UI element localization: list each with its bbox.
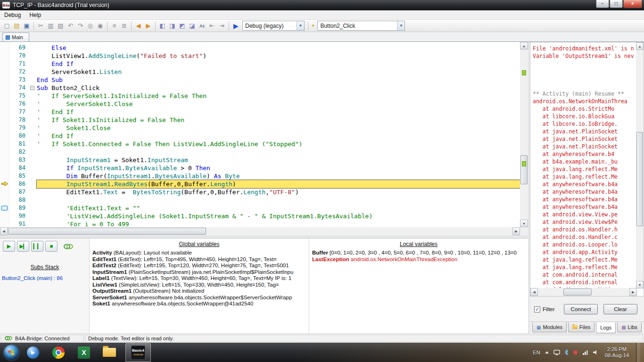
tab-main[interactable]: Main	[2, 33, 29, 41]
line-number[interactable]: 89	[9, 204, 29, 212]
log-horizontal-scrollbar[interactable]: ◀ ▶	[530, 288, 637, 296]
line-number[interactable]: 78	[9, 116, 29, 124]
variable-row[interactable]: ServerSoket1 anywheresoftware.b4a.object…	[92, 295, 308, 301]
variable-row[interactable]: Buffer [0=0, 1=0, 2=0, 3=0 , 4=0, 5=0, 6…	[312, 250, 527, 256]
taskbar-clock[interactable]: 2:26 PM 08-Aug-14	[605, 346, 629, 359]
show-desktop-button[interactable]	[636, 343, 640, 362]
variable-row[interactable]: ListView1 (SimpleListView): Left=15, Top…	[92, 282, 308, 288]
line-number[interactable]: 77	[9, 108, 29, 116]
code-line-79[interactable]: 79' Soket1.Close	[9, 124, 520, 132]
editor-vertical-scrollbar[interactable]: ▲ ▼	[520, 42, 528, 227]
network-signal-icon[interactable]	[582, 350, 588, 355]
line-number[interactable]: 88	[9, 196, 29, 204]
code-line-88[interactable]: 88	[9, 196, 520, 204]
navigate-forward-icon[interactable]: ▶	[143, 21, 153, 31]
tab-modules[interactable]: ▦ Modules	[532, 322, 567, 332]
outdent-icon[interactable]: ⇤	[207, 21, 217, 31]
editor-horizontal-scrollbar[interactable]: ◀ ▶	[0, 227, 520, 235]
uncomment-icon[interactable]: ◨	[167, 21, 177, 31]
run-icon[interactable]: ▶	[231, 21, 241, 31]
code-line-73[interactable]: 73End Sub	[9, 76, 520, 84]
variable-row[interactable]: LastException android.os.NetworkOnMainTh…	[312, 256, 527, 263]
list-modules-icon[interactable]: ≣	[119, 21, 129, 31]
line-number[interactable]: 80	[9, 132, 29, 140]
code-editor[interactable]: 69 Else70 ListView1.AddSingleLine("Faile…	[0, 42, 528, 235]
code-line-83[interactable]: 83 InputStream1 = Soket1.InputStream	[9, 156, 520, 164]
sub-selector-combobox[interactable]: Button2_Click ▼	[317, 21, 405, 31]
line-number[interactable]: 72	[9, 68, 29, 76]
step-over-button[interactable]: ▶▎	[17, 241, 29, 252]
debug-mode-combobox[interactable]: Debug (legacy) ▼	[242, 21, 305, 31]
maximize-button[interactable]: □	[610, 0, 623, 8]
taskbar-excel[interactable]: X	[74, 343, 93, 362]
taskbar-basic4android-active[interactable]: Basic4 Android	[125, 343, 151, 362]
code-line-74[interactable]: 74−Sub Button2_Click	[9, 84, 520, 92]
code-line-80[interactable]: 80' End If	[9, 132, 520, 140]
scroll-down-icon[interactable]: ▼	[520, 220, 528, 227]
paste-icon[interactable]: ▧	[56, 21, 66, 31]
scrollbar-thumb[interactable]	[8, 228, 206, 235]
line-number[interactable]: 73	[9, 76, 29, 84]
line-number[interactable]: 79	[9, 124, 29, 132]
code-line-87[interactable]: 87 EditText1.Text = BytesToString(Buffer…	[9, 188, 520, 196]
bluetooth-icon[interactable]	[564, 349, 569, 355]
variable-row[interactable]: Soket1 anywheresoftware.b4a.objects.Sock…	[92, 301, 308, 307]
volume-icon[interactable]	[593, 350, 599, 355]
pause-button[interactable]: ▎▎	[31, 241, 43, 252]
line-number[interactable]: 91	[9, 220, 29, 227]
taskbar-chrome[interactable]	[49, 343, 68, 362]
scrollbar-thumb[interactable]	[563, 288, 592, 296]
redo-icon[interactable]: ↷	[75, 21, 85, 31]
close-button[interactable]: ×	[623, 0, 642, 8]
code-line-82[interactable]: 82	[9, 148, 520, 156]
line-number[interactable]: 86	[9, 180, 29, 188]
code-line-75[interactable]: 75' If ServerSoket1.IsInitialized = Fals…	[9, 92, 520, 100]
navigate-back-icon[interactable]: ◀	[133, 21, 143, 31]
code-line-77[interactable]: 77' End If	[9, 108, 520, 116]
code-line-90[interactable]: 90 'ListView1.AddSingleLine (Soket1.Inpu…	[9, 212, 520, 220]
comment-icon[interactable]: ◧	[157, 21, 167, 31]
scroll-down-icon[interactable]: ▼	[636, 281, 644, 288]
stop-button[interactable]: ■	[45, 241, 58, 252]
code-line-86[interactable]: 86 InputStream1.ReadBytes(Buffer,0,Buffe…	[9, 180, 520, 188]
chevron-down-icon[interactable]: ▼	[397, 21, 405, 30]
scroll-up-icon[interactable]: ▲	[636, 42, 644, 50]
minimize-button[interactable]: −	[596, 0, 609, 8]
line-number[interactable]: 82	[9, 148, 29, 156]
start-button[interactable]	[4, 345, 19, 360]
code-line-91[interactable]: 91 'For i = 0 To 499	[9, 220, 520, 227]
line-number[interactable]: 75	[9, 92, 29, 100]
code-line-89[interactable]: 89 'EditText1.Text = ""	[9, 204, 520, 212]
indent-icon[interactable]: ⇥	[217, 21, 227, 31]
code-line-70[interactable]: 70 ListView1.AddSingleLine("Failed to st…	[9, 52, 520, 60]
code-line-71[interactable]: 71 End If	[9, 60, 520, 68]
code-lines[interactable]: 69 Else70 ListView1.AddSingleLine("Faile…	[9, 42, 520, 227]
variable-row[interactable]: EditText1 (EditText): Left=15, Top=495, …	[92, 256, 308, 263]
resume-button[interactable]: ▶	[3, 241, 15, 252]
sort-az-icon[interactable]: Az	[197, 21, 207, 31]
tab-files[interactable]: Files	[568, 322, 594, 332]
editor-margin[interactable]	[0, 42, 9, 227]
clear-button[interactable]: Clear	[603, 304, 637, 314]
tab-logs[interactable]: Logs	[596, 322, 616, 333]
variable-row[interactable]: InputStream1 (PlainSocketInputStream) ja…	[92, 269, 308, 276]
code-line-81[interactable]: 81' If Soket1.Connected = False Then Lis…	[9, 140, 520, 148]
open-file-icon[interactable]: ▤	[12, 21, 22, 31]
scroll-left-icon[interactable]: ◀	[530, 288, 538, 296]
notification-icon[interactable]	[573, 350, 578, 355]
line-number[interactable]: 74	[9, 84, 29, 92]
code-line-72[interactable]: 72 ServerSoket1.Listen	[9, 68, 520, 76]
taskbar-media-player[interactable]: ▶	[24, 343, 42, 362]
tab-libs[interactable]: ▩ Libs	[617, 322, 642, 332]
scrollbar-thumb[interactable]	[636, 132, 643, 226]
connect-button[interactable]: Connect	[564, 304, 598, 314]
code-line-69[interactable]: 69 Else	[9, 44, 520, 52]
code-line-84[interactable]: 84 If InputStream1.BytesAvailable > 0 Th…	[9, 164, 520, 172]
bookmark-icon[interactable]: ◪	[187, 21, 197, 31]
cut-icon[interactable]: ✂	[36, 21, 46, 31]
menu-debug[interactable]: Debug	[0, 11, 25, 19]
line-number[interactable]: 90	[9, 212, 29, 220]
log-vertical-scrollbar[interactable]: ▲ ▼	[636, 42, 644, 288]
line-number[interactable]: 70	[9, 52, 29, 60]
scroll-left-icon[interactable]: ◀	[0, 227, 8, 235]
